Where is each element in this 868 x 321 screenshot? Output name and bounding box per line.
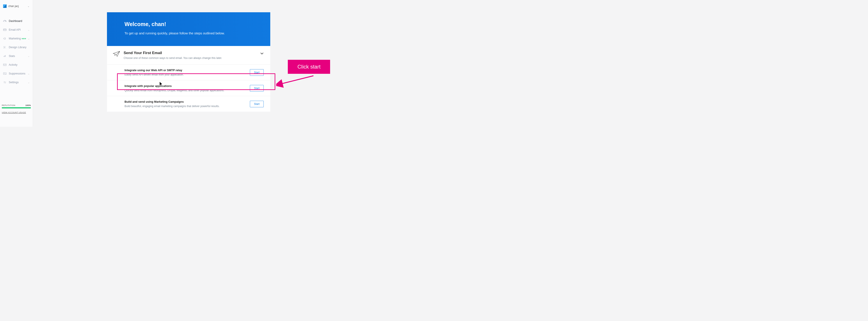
reputation-bar: [2, 107, 31, 108]
new-badge: NEW: [22, 38, 26, 40]
nav-label: Settings: [9, 81, 19, 84]
nav-label: Design Library: [9, 46, 27, 49]
nav-activity[interactable]: Activity: [0, 61, 33, 69]
paper-plane-icon: [113, 51, 120, 58]
svg-rect-1: [3, 29, 6, 31]
option-marketing-campaigns: Build and send using Marketing Campaigns…: [107, 96, 270, 112]
reputation-label: REPUTATION: [2, 104, 16, 106]
svg-rect-8: [4, 56, 5, 57]
chevron-down-icon: ⌄: [28, 81, 30, 84]
svg-line-5: [4, 47, 6, 48]
bar-chart-icon: [3, 55, 7, 58]
megaphone-icon: [3, 37, 7, 40]
annotation-callout: Click start: [288, 60, 330, 74]
nav-dashboard[interactable]: Dashboard: [0, 16, 33, 25]
nav-label: Stats: [9, 55, 15, 58]
collapse-icon[interactable]: [260, 52, 264, 55]
option-desc: Quickly send email from Wordpress, Drupa…: [124, 89, 241, 92]
option-title: Integrate using our Web API or SMTP rela…: [124, 69, 241, 72]
svg-line-17: [280, 76, 313, 84]
scissors-icon: [3, 46, 7, 49]
hero-subtitle: To get up and running quickly, please fo…: [124, 31, 253, 35]
sliders-icon: [3, 81, 7, 84]
callout-text: Click start: [298, 64, 320, 70]
nav-suppressions[interactable]: Suppressions ⌄: [0, 69, 33, 78]
start-button[interactable]: Start: [250, 69, 264, 76]
welcome-hero: Welcome, chan! To get up and running qui…: [107, 12, 270, 46]
nav-label: Email API: [9, 28, 21, 31]
nav-marketing[interactable]: Marketing NEW ⌄: [0, 34, 33, 43]
block-mail-icon: [3, 72, 7, 75]
start-button[interactable]: Start: [250, 85, 264, 92]
svg-point-14: [4, 82, 5, 82]
option-popular-apps: Integrate with popular applications Quic…: [107, 80, 270, 96]
svg-rect-7: [4, 56, 4, 57]
svg-point-16: [5, 82, 5, 83]
chevron-down-icon: ⌄: [28, 29, 30, 31]
panel-subtitle: Choose one of these common ways to send …: [124, 57, 260, 60]
chevron-down-icon: ⌄: [28, 72, 30, 75]
account-switcher[interactable]: chan jacj ⌄: [0, 2, 33, 10]
chevron-down-icon: ⌄: [28, 37, 30, 40]
logo-icon: [3, 4, 7, 8]
annotation-arrow-icon: [276, 74, 316, 91]
svg-line-12: [4, 73, 6, 74]
option-title: Integrate with popular applications: [124, 84, 241, 87]
panel-title: Send Your First Email: [124, 51, 260, 55]
svg-line-6: [4, 46, 6, 47]
nav-design-library[interactable]: Design Library: [0, 43, 33, 52]
sidebar: chan jacj ⌄ Dashboard Email API ⌄ Market…: [0, 0, 33, 127]
nav-label: Activity: [9, 63, 18, 66]
option-web-api: Integrate using our Web API or SMTP rela…: [107, 65, 270, 80]
mail-icon: [3, 63, 7, 66]
option-desc: Easily send API-driven email from your a…: [124, 73, 241, 76]
nav-email-api[interactable]: Email API ⌄: [0, 25, 33, 34]
nav: Dashboard Email API ⌄ Marketing NEW ⌄ De…: [0, 16, 33, 87]
svg-line-0: [5, 21, 5, 22]
svg-rect-9: [5, 55, 6, 57]
hero-title: Welcome, chan!: [124, 21, 253, 27]
start-button[interactable]: Start: [250, 101, 264, 107]
send-first-email-panel: Send Your First Email Choose one of thes…: [107, 46, 270, 112]
nav-stats[interactable]: Stats ⌄: [0, 52, 33, 61]
sidebar-footer: REPUTATION 100% VIEW ACCOUNT USAGE: [2, 104, 31, 114]
account-name: chan jacj: [8, 5, 19, 8]
panel-header[interactable]: Send Your First Email Choose one of thes…: [107, 46, 270, 65]
option-desc: Build beautiful, engaging email marketin…: [124, 105, 241, 108]
chevron-down-icon: ⌄: [27, 5, 30, 8]
nav-label: Marketing: [9, 37, 21, 40]
main-content: Welcome, chan! To get up and running qui…: [107, 12, 270, 112]
chevron-down-icon: ⌄: [28, 55, 30, 57]
card-icon: [3, 28, 7, 31]
nav-label: Dashboard: [9, 20, 22, 23]
svg-rect-10: [3, 64, 6, 66]
gauge-icon: [3, 20, 7, 23]
reputation-value: 100%: [25, 104, 31, 106]
option-title: Build and send using Marketing Campaigns: [124, 100, 241, 103]
view-account-usage-link[interactable]: VIEW ACCOUNT USAGE: [2, 111, 31, 114]
nav-settings[interactable]: Settings ⌄: [0, 78, 33, 87]
nav-label: Suppressions: [9, 72, 25, 75]
